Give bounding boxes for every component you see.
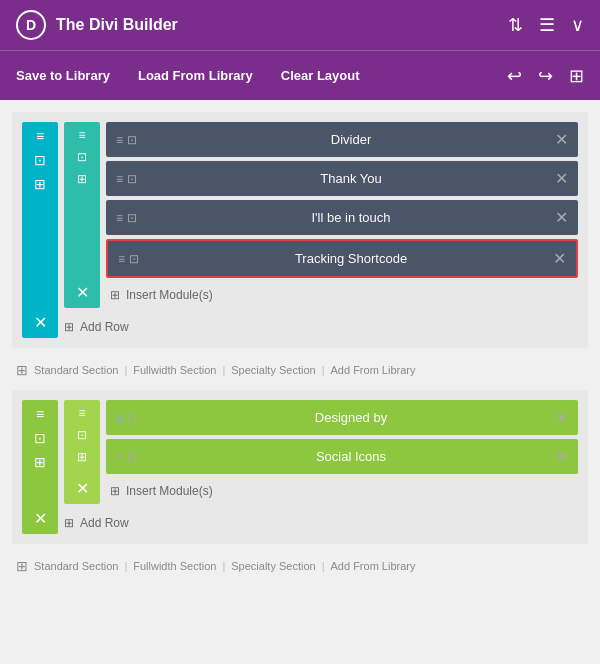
section-footer-library-1[interactable]: Add From Library xyxy=(331,364,416,376)
module-divider-close[interactable]: ✕ xyxy=(555,130,568,149)
module-tracking-close[interactable]: ✕ xyxy=(553,249,566,268)
module-drag-icon-3[interactable]: ≡ xyxy=(116,211,123,225)
module-designed-by-name: Designed by xyxy=(147,410,555,425)
module-social-icons-close[interactable]: ✕ xyxy=(555,447,568,466)
module-social-icons-name: Social Icons xyxy=(147,449,555,464)
section-footer-1: ⊞ Standard Section | Fullwidth Section |… xyxy=(12,356,588,380)
insert-module-label-2: Insert Module(s) xyxy=(126,484,213,498)
col-close-icon-1[interactable]: ✕ xyxy=(76,283,89,302)
insert-module-label-1: Insert Module(s) xyxy=(126,288,213,302)
clear-layout-button[interactable]: Clear Layout xyxy=(281,68,360,83)
col-monitor-icon-2[interactable]: ⊡ xyxy=(77,428,87,442)
module-drag-icon[interactable]: ≡ xyxy=(116,133,123,147)
section-block-1: ≡ ⊡ ⊞ ✕ ≡ ⊡ ⊞ ✕ xyxy=(12,112,588,348)
sort-icon[interactable]: ⇅ xyxy=(508,14,523,36)
logo[interactable]: D xyxy=(16,10,46,40)
section-inner-2: ≡ ⊡ ⊞ ✕ ≡ ⊡ ⊞ ✕ xyxy=(22,400,578,534)
col-close-icon-2[interactable]: ✕ xyxy=(76,479,89,498)
toolbar: Save to Library Load From Library Clear … xyxy=(0,50,600,100)
section-close-icon-1[interactable]: ✕ xyxy=(34,313,47,332)
section-footer-fullwidth-1[interactable]: Fullwidth Section xyxy=(133,364,216,376)
module-divider-name: Divider xyxy=(147,132,555,147)
add-row-plus-icon-2: ⊞ xyxy=(64,516,74,530)
module-designed-by-close[interactable]: ✕ xyxy=(555,408,568,427)
section-add-icon-2[interactable]: ⊞ xyxy=(16,558,28,574)
insert-module-btn-2[interactable]: ⊞ Insert Module(s) xyxy=(106,478,578,504)
add-row-btn-1[interactable]: ⊞ Add Row xyxy=(64,316,578,338)
module-in-touch: ≡ ⊡ I'll be in touch ✕ xyxy=(106,200,578,235)
module-social-icons: ≡ ⊡ Social Icons ✕ xyxy=(106,439,578,474)
module-tracking-icons: ≡ ⊡ xyxy=(118,252,139,266)
module-divider-icons: ≡ ⊡ xyxy=(116,133,137,147)
section-close-icon-2[interactable]: ✕ xyxy=(34,509,47,528)
module-tracking-name: Tracking Shortcode xyxy=(149,251,553,266)
insert-module-plus-icon: ⊞ xyxy=(110,288,120,302)
module-thank-you-close[interactable]: ✕ xyxy=(555,169,568,188)
add-row-label-2: Add Row xyxy=(80,516,129,530)
module-drag-icon-6[interactable]: ≡ xyxy=(116,450,123,464)
col-menu-icon-2[interactable]: ≡ xyxy=(78,406,85,420)
menu-icon[interactable]: ☰ xyxy=(539,14,555,36)
col-menu-icon-1[interactable]: ≡ xyxy=(78,128,85,142)
module-divider: ≡ ⊡ Divider ✕ xyxy=(106,122,578,157)
save-to-library-button[interactable]: Save to Library xyxy=(16,68,110,83)
undo-button[interactable]: ↩ xyxy=(507,65,522,87)
module-designed-icons: ≡ ⊡ xyxy=(116,411,137,425)
insert-module-btn-1[interactable]: ⊞ Insert Module(s) xyxy=(106,282,578,308)
col-monitor-icon-1[interactable]: ⊡ xyxy=(77,150,87,164)
col-grid-icon-1[interactable]: ⊞ xyxy=(77,172,87,186)
module-settings-icon-4[interactable]: ⊡ xyxy=(129,252,139,266)
header: D The Divi Builder ⇅ ☰ ∨ xyxy=(0,0,600,50)
module-thank-you-icons: ≡ ⊡ xyxy=(116,172,137,186)
modules-area-2: ≡ ⊡ Designed by ✕ ≡ ⊡ Social Icons xyxy=(106,400,578,504)
col-grid-icon-2[interactable]: ⊞ xyxy=(77,450,87,464)
add-row-btn-2[interactable]: ⊞ Add Row xyxy=(64,512,578,534)
section-sidebar-2: ≡ ⊡ ⊞ ✕ xyxy=(22,400,58,534)
header-icons: ⇅ ☰ ∨ xyxy=(508,14,584,36)
logo-letter: D xyxy=(26,17,36,33)
section-footer-specialty-2[interactable]: Specialty Section xyxy=(231,560,315,572)
module-settings-icon-6[interactable]: ⊡ xyxy=(127,450,137,464)
module-thank-you: ≡ ⊡ Thank You ✕ xyxy=(106,161,578,196)
section-grid-icon-1[interactable]: ⊞ xyxy=(34,176,46,192)
header-title: The Divi Builder xyxy=(56,16,508,34)
chevron-icon[interactable]: ∨ xyxy=(571,14,584,36)
section-footer-specialty-1[interactable]: Specialty Section xyxy=(231,364,315,376)
section-block-2: ≡ ⊡ ⊞ ✕ ≡ ⊡ ⊞ ✕ xyxy=(12,390,588,544)
module-drag-icon-4[interactable]: ≡ xyxy=(118,252,125,266)
section-footer-library-2[interactable]: Add From Library xyxy=(331,560,416,572)
module-settings-icon[interactable]: ⊡ xyxy=(127,133,137,147)
section-inner-1: ≡ ⊡ ⊞ ✕ ≡ ⊡ ⊞ ✕ xyxy=(22,122,578,338)
section-footer-fullwidth-2[interactable]: Fullwidth Section xyxy=(133,560,216,572)
add-row-label-1: Add Row xyxy=(80,320,129,334)
section-grid-icon-2[interactable]: ⊞ xyxy=(34,454,46,470)
module-social-module-icons: ≡ ⊡ xyxy=(116,450,137,464)
module-drag-icon-2[interactable]: ≡ xyxy=(116,172,123,186)
add-row-plus-icon-1: ⊞ xyxy=(64,320,74,334)
canvas: ≡ ⊡ ⊞ ✕ ≡ ⊡ ⊞ ✕ xyxy=(0,100,600,588)
section-menu-icon-2[interactable]: ≡ xyxy=(36,406,44,422)
module-settings-icon-5[interactable]: ⊡ xyxy=(127,411,137,425)
module-designed-by: ≡ ⊡ Designed by ✕ xyxy=(106,400,578,435)
extra-action-button[interactable]: ⊞ xyxy=(569,65,584,87)
section-menu-icon-1[interactable]: ≡ xyxy=(36,128,44,144)
section-footer-standard-1[interactable]: Standard Section xyxy=(34,364,118,376)
column-sidebar-2: ≡ ⊡ ⊞ ✕ xyxy=(64,400,100,504)
module-in-touch-name: I'll be in touch xyxy=(147,210,555,225)
module-in-touch-close[interactable]: ✕ xyxy=(555,208,568,227)
section-add-icon-1[interactable]: ⊞ xyxy=(16,362,28,378)
section-monitor-icon-1[interactable]: ⊡ xyxy=(34,152,46,168)
module-settings-icon-3[interactable]: ⊡ xyxy=(127,211,137,225)
section-footer-2: ⊞ Standard Section | Fullwidth Section |… xyxy=(12,552,588,576)
section-sidebar-1: ≡ ⊡ ⊞ ✕ xyxy=(22,122,58,338)
module-tracking: ≡ ⊡ Tracking Shortcode ✕ xyxy=(106,239,578,278)
module-settings-icon-2[interactable]: ⊡ xyxy=(127,172,137,186)
insert-module-plus-icon-2: ⊞ xyxy=(110,484,120,498)
module-drag-icon-5[interactable]: ≡ xyxy=(116,411,123,425)
module-in-touch-icons: ≡ ⊡ xyxy=(116,211,137,225)
load-from-library-button[interactable]: Load From Library xyxy=(138,68,253,83)
section-footer-standard-2[interactable]: Standard Section xyxy=(34,560,118,572)
section-monitor-icon-2[interactable]: ⊡ xyxy=(34,430,46,446)
module-thank-you-name: Thank You xyxy=(147,171,555,186)
redo-button[interactable]: ↪ xyxy=(538,65,553,87)
